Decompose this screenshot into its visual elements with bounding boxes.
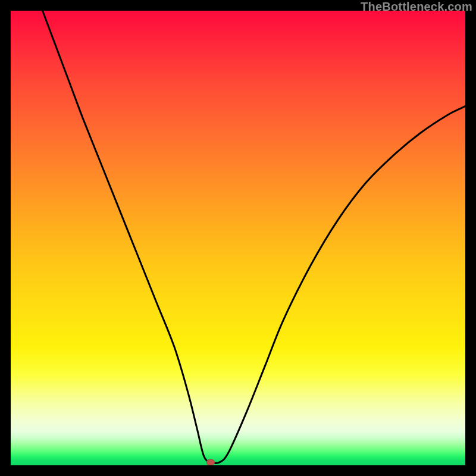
- chart-stage: TheBottleneck.com: [0, 0, 476, 476]
- bottleneck-curve: [11, 11, 465, 465]
- plot-area: [11, 11, 465, 465]
- minimum-marker: [206, 459, 215, 465]
